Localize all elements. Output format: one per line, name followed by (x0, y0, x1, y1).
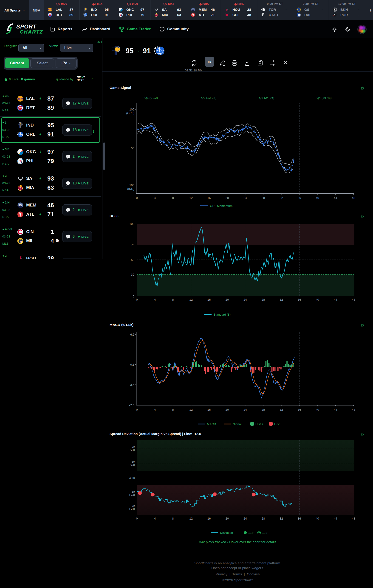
svg-text:MACD (6/13/5): MACD (6/13/5) (110, 323, 134, 327)
svg-text:44: 44 (334, 408, 337, 411)
svg-text:(+12): (+12) (129, 463, 135, 466)
svg-text:Q4 (36-48): Q4 (36-48) (317, 96, 332, 99)
svg-text:28: 28 (262, 408, 265, 411)
svg-text:100: 100 (129, 222, 134, 226)
svg-text:Standard (8): Standard (8) (213, 313, 231, 316)
svg-text:32: 32 (280, 408, 283, 411)
svg-text:36: 36 (298, 408, 301, 411)
svg-text:±1σ: ±1σ (248, 531, 254, 535)
svg-text:40: 40 (316, 298, 319, 301)
svg-text:0σ (0): 0σ (0) (128, 477, 135, 479)
svg-text:8: 8 (172, 298, 174, 301)
svg-text:20: 20 (226, 298, 229, 301)
svg-text:16: 16 (207, 517, 211, 520)
svg-text:Spread Deviation (Actual Margi: Spread Deviation (Actual Margin vs Sprea… (110, 432, 201, 436)
svg-text:48: 48 (352, 196, 355, 200)
svg-text:Signal: Signal (233, 422, 242, 426)
svg-text:20: 20 (226, 196, 229, 200)
svg-text:12: 12 (189, 408, 193, 411)
svg-text:(-12): (-12) (129, 493, 135, 496)
svg-text:24: 24 (243, 408, 247, 411)
svg-text:6.5: 6.5 (130, 333, 134, 336)
svg-text:-2σ: -2σ (131, 504, 135, 507)
svg-text:Deviation: Deviation (220, 531, 233, 535)
svg-text:-3.5: -3.5 (129, 383, 134, 387)
svg-text:Privacy | Terms | Cookies: Privacy | Terms | Cookies (216, 572, 260, 576)
svg-text:44: 44 (334, 517, 337, 520)
svg-text:±2σ: ±2σ (262, 531, 268, 535)
svg-text:0: 0 (133, 295, 134, 298)
svg-text:36: 36 (298, 196, 301, 200)
svg-text:48: 48 (352, 517, 355, 520)
svg-text:16: 16 (207, 298, 211, 301)
svg-text:95: 95 (126, 47, 134, 55)
svg-text:4: 4 (154, 196, 156, 200)
svg-text:Q3 (24-36): Q3 (24-36) (259, 96, 274, 99)
svg-text:MACD: MACD (207, 422, 216, 426)
svg-text:342 plays tracked • Hover over: 342 plays tracked • Hover over the chart… (199, 540, 276, 544)
svg-text:40: 40 (316, 196, 319, 200)
svg-text:-: - (138, 48, 139, 53)
svg-text:100: 100 (129, 184, 134, 187)
svg-text:(IND): (IND) (127, 187, 134, 191)
svg-text:44: 44 (334, 298, 337, 301)
svg-text:12: 12 (189, 196, 193, 200)
svg-text:32: 32 (280, 298, 283, 301)
svg-text:24: 24 (243, 298, 247, 301)
svg-text:8: 8 (172, 196, 174, 200)
svg-text:16: 16 (207, 408, 211, 411)
svg-text:20: 20 (226, 517, 229, 520)
svg-text:ORL Momentum: ORL Momentum (210, 204, 233, 208)
svg-text:Hist −: Hist − (274, 422, 282, 426)
svg-text:Game Signal: Game Signal (110, 86, 131, 90)
svg-text:48: 48 (352, 408, 355, 411)
svg-text:24: 24 (243, 196, 247, 200)
svg-text:+1σ: +1σ (130, 460, 135, 463)
svg-text:28: 28 (262, 517, 265, 520)
svg-text:Hist +: Hist + (255, 422, 263, 426)
svg-text:Q2 (12-24): Q2 (12-24) (201, 96, 216, 99)
svg-text:32: 32 (280, 517, 283, 520)
svg-text:70: 70 (131, 243, 134, 247)
svg-text:44: 44 (334, 196, 337, 200)
svg-text:Q1 (0-12): Q1 (0-12) (145, 96, 158, 99)
svg-text:Does not accept or place wager: Does not accept or place wagers. (211, 566, 264, 570)
svg-text:(ORL): (ORL) (126, 111, 134, 115)
svg-text:12: 12 (189, 298, 193, 301)
svg-text:RSI 8: RSI 8 (110, 214, 118, 218)
svg-text:28: 28 (262, 298, 265, 301)
svg-text:32: 32 (280, 196, 283, 200)
svg-text:12: 12 (189, 517, 193, 520)
svg-text:4: 4 (154, 298, 156, 301)
svg-text:0: 0 (136, 196, 138, 200)
svg-text:4: 4 (154, 408, 156, 411)
svg-text:0: 0 (136, 298, 138, 301)
svg-text:91: 91 (143, 47, 151, 55)
svg-text:24: 24 (243, 517, 247, 520)
svg-text:48: 48 (352, 298, 355, 301)
svg-text:8: 8 (172, 408, 174, 411)
svg-text:100: 100 (129, 108, 134, 111)
svg-text:-1σ: -1σ (131, 490, 135, 493)
svg-text:50: 50 (131, 258, 134, 262)
svg-text:0: 0 (136, 408, 138, 411)
svg-text:(-24): (-24) (129, 507, 135, 510)
svg-text:40: 40 (316, 517, 319, 520)
svg-text:(+24): (+24) (129, 448, 135, 451)
svg-text:SportChartz is an analytics an: SportChartz is an analytics and entertai… (194, 561, 281, 565)
svg-text:4: 4 (154, 517, 156, 520)
svg-text:16: 16 (207, 196, 211, 200)
svg-text:©2026 SportChartz: ©2026 SportChartz (223, 578, 253, 582)
svg-text:+2σ: +2σ (130, 445, 135, 448)
svg-text:20: 20 (226, 408, 229, 411)
svg-text:36: 36 (298, 517, 301, 520)
svg-text:-7.5: -7.5 (129, 404, 134, 407)
svg-text:40: 40 (316, 408, 319, 411)
svg-text:28: 28 (262, 196, 265, 200)
svg-text:30: 30 (131, 273, 134, 276)
svg-text:0: 0 (136, 517, 138, 520)
svg-text:IR: IR (208, 60, 211, 64)
svg-text:8: 8 (172, 517, 174, 520)
svg-text:50: 50 (131, 147, 134, 150)
svg-text:0.5: 0.5 (130, 363, 134, 366)
